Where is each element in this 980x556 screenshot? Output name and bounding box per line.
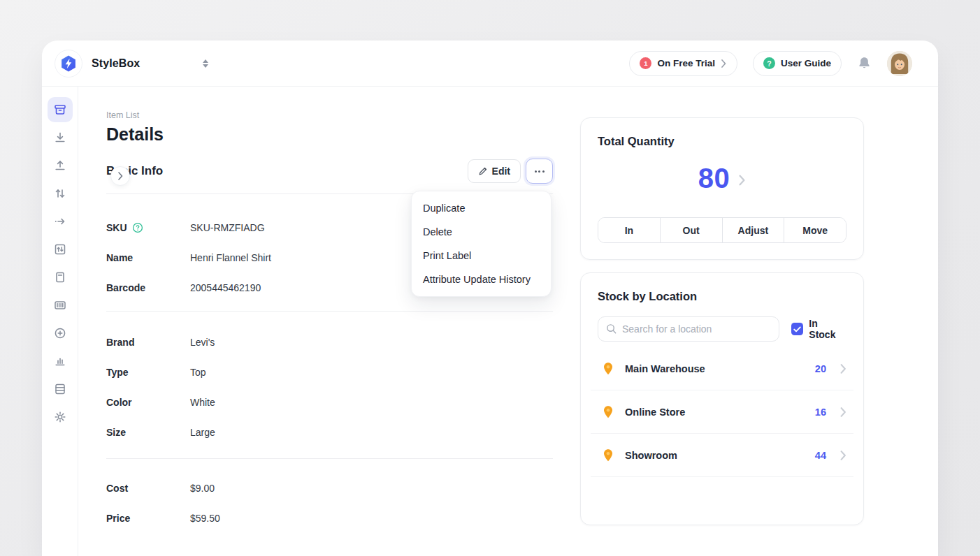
field-label: SKU	[106, 222, 127, 233]
page-title: Details	[106, 124, 164, 145]
quantity-actions: InOutAdjustMove	[598, 217, 846, 243]
location-quantity: 16	[815, 407, 826, 418]
header-actions: 1 On Free Trial ? User Guide	[629, 51, 912, 76]
app-logo	[55, 50, 82, 78]
location-name: Showroom	[625, 450, 815, 461]
field-label: Size	[106, 427, 126, 438]
sidebar-item-add-new[interactable]	[48, 321, 73, 346]
bell-icon	[857, 56, 872, 71]
sidebar-item-move[interactable]	[48, 209, 73, 234]
total-quantity-card: Total Quantity 80 InOutAdjustMove	[580, 117, 864, 260]
location-row[interactable]: Main Warehouse 20	[591, 347, 853, 390]
database-icon	[53, 382, 67, 396]
map-pin-icon	[602, 448, 614, 462]
app-window: StyleBox 1 On Free Trial ? User Guide	[42, 41, 938, 556]
field-row: Cost $9.00	[106, 473, 553, 503]
quantity-action-adjust-button[interactable]: Adjust	[722, 218, 784, 242]
location-search-input[interactable]	[598, 316, 779, 342]
location-name: Main Warehouse	[625, 363, 815, 374]
field-label: Color	[106, 397, 132, 408]
in-stock-filter[interactable]: In Stock	[791, 318, 846, 340]
help-circle-icon: ?	[763, 57, 775, 69]
sidebar-item-reports[interactable]	[48, 349, 73, 374]
gear-icon	[53, 410, 67, 424]
sidebar-item-barcode[interactable]	[48, 293, 73, 318]
quantity-action-out-button[interactable]: Out	[660, 218, 722, 242]
field-row: Color White	[106, 387, 553, 417]
sidebar-expand-button[interactable]	[110, 166, 130, 186]
chevron-right-icon	[840, 407, 846, 417]
arrow-right-dot-icon	[53, 214, 67, 228]
menu-item[interactable]: Duplicate	[412, 196, 551, 220]
sidebar	[42, 87, 78, 556]
map-pin-icon	[602, 405, 614, 419]
notifications-button[interactable]	[857, 56, 872, 71]
chevron-right-icon	[738, 175, 746, 186]
free-trial-button[interactable]: 1 On Free Trial	[629, 51, 737, 76]
field-row: Brand Levi's	[106, 327, 553, 357]
user-guide-button[interactable]: ? User Guide	[753, 51, 842, 76]
menu-item[interactable]: Delete	[412, 220, 551, 244]
document-icon	[53, 270, 67, 284]
more-actions-button[interactable]	[526, 159, 553, 184]
more-actions-menu: DuplicateDeletePrint LabelAttribute Upda…	[411, 191, 552, 297]
quantity-action-in-button[interactable]: In	[598, 218, 660, 242]
arrows-up-down-icon	[53, 186, 67, 200]
field-label: Brand	[106, 337, 134, 348]
field-value: $9.00	[190, 483, 215, 494]
total-quantity-value: 80	[698, 163, 730, 194]
field-value: Top	[190, 367, 206, 378]
chevron-right-icon	[840, 451, 846, 460]
plus-circle-icon	[53, 326, 67, 340]
field-label: Name	[106, 252, 133, 263]
field-value: Henri Flannel Shirt	[190, 252, 271, 263]
pencil-icon	[478, 167, 487, 176]
location-row[interactable]: Showroom 44	[591, 434, 853, 477]
location-list: Main Warehouse 20 Online Store 16 Showro…	[591, 347, 853, 477]
quantity-action-move-button[interactable]: Move	[784, 218, 846, 242]
field-group: Cost $9.00 Price $59.50	[106, 458, 553, 533]
ellipsis-icon	[535, 170, 537, 173]
sidebar-item-inventory[interactable]	[48, 376, 73, 402]
adjust-box-icon	[53, 242, 67, 256]
avatar[interactable]	[887, 51, 912, 76]
sidebar-item-transfer[interactable]	[48, 181, 73, 206]
location-quantity: 20	[815, 363, 826, 374]
sidebar-item-stock-out[interactable]	[48, 153, 73, 178]
sidebar-item-stock-in[interactable]	[48, 125, 73, 150]
field-value: 2005445462190	[190, 282, 261, 293]
sidebar-item-documents[interactable]	[48, 265, 73, 290]
stock-by-location-card: Stock by Location In Stock	[580, 272, 864, 525]
check-icon	[793, 326, 801, 332]
location-row[interactable]: Online Store 16	[591, 390, 853, 434]
sidebar-item-items[interactable]	[48, 97, 73, 122]
menu-item[interactable]: Attribute Update History	[412, 268, 551, 291]
upload-icon	[53, 159, 67, 173]
location-name: Online Store	[625, 407, 815, 418]
total-quantity-row: 80	[581, 163, 863, 194]
location-quantity: 44	[815, 450, 826, 461]
quantity-detail-button[interactable]	[738, 172, 746, 186]
menu-item[interactable]: Print Label	[412, 244, 551, 268]
avatar-illustration	[887, 51, 912, 76]
stock-by-location-title: Stock by Location	[598, 290, 697, 303]
help-circle-icon[interactable]	[132, 222, 143, 233]
breadcrumb[interactable]: Item List	[106, 110, 139, 120]
field-row: Type Top	[106, 357, 553, 387]
free-trial-label: On Free Trial	[657, 58, 715, 68]
field-value: Large	[190, 427, 215, 438]
field-value: $59.50	[190, 513, 220, 524]
field-row: Price $59.50	[106, 503, 553, 533]
search-icon	[605, 323, 617, 335]
field-label: Cost	[106, 483, 128, 494]
edit-label: Edit	[492, 166, 510, 177]
workspace-switcher[interactable]	[201, 59, 210, 68]
section-actions: Edit	[468, 159, 553, 184]
edit-button[interactable]: Edit	[468, 159, 521, 183]
in-stock-label: In Stock	[809, 318, 846, 340]
sidebar-item-settings[interactable]	[48, 404, 73, 430]
field-value: White	[190, 397, 215, 408]
brand-name: StyleBox	[92, 57, 140, 70]
sidebar-item-adjust[interactable]	[48, 237, 73, 262]
in-stock-checkbox[interactable]	[791, 323, 804, 335]
